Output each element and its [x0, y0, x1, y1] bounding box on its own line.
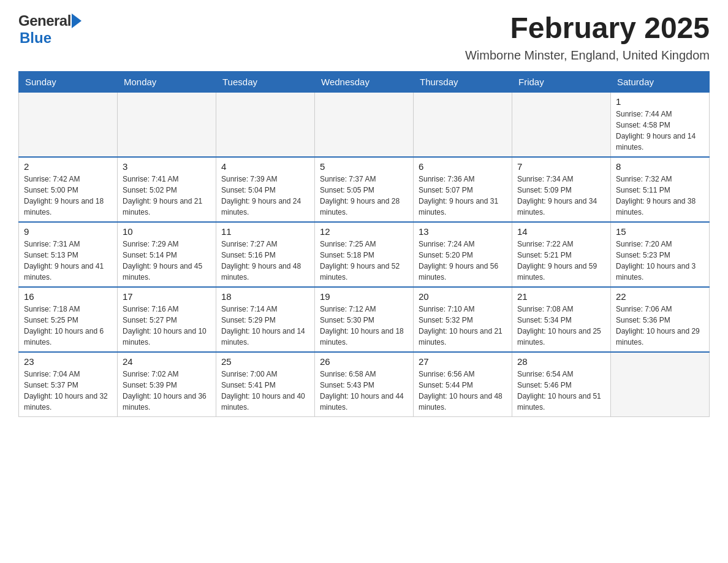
- calendar-cell: 2Sunrise: 7:42 AMSunset: 5:00 PMDaylight…: [19, 157, 118, 222]
- calendar-subtitle: Wimborne Minster, England, United Kingdo…: [465, 48, 710, 63]
- day-info: Sunrise: 7:08 AMSunset: 5:34 PMDaylight:…: [517, 304, 605, 348]
- day-number: 27: [419, 356, 507, 367]
- day-info: Sunrise: 6:56 AMSunset: 5:44 PMDaylight:…: [419, 369, 507, 413]
- day-header-monday: Monday: [118, 71, 216, 92]
- day-number: 19: [320, 291, 408, 302]
- day-header-row: SundayMondayTuesdayWednesdayThursdayFrid…: [19, 71, 710, 92]
- calendar-cell: 15Sunrise: 7:20 AMSunset: 5:23 PMDayligh…: [611, 222, 710, 287]
- day-info: Sunrise: 7:14 AMSunset: 5:29 PMDaylight:…: [221, 304, 309, 348]
- day-info: Sunrise: 6:54 AMSunset: 5:46 PMDaylight:…: [517, 369, 605, 413]
- calendar-cell: 18Sunrise: 7:14 AMSunset: 5:29 PMDayligh…: [216, 287, 315, 352]
- calendar-cell: 21Sunrise: 7:08 AMSunset: 5:34 PMDayligh…: [512, 287, 611, 352]
- day-number: 15: [616, 226, 704, 237]
- calendar-table: SundayMondayTuesdayWednesdayThursdayFrid…: [18, 71, 710, 417]
- calendar-cell: [611, 352, 710, 417]
- calendar-cell: [512, 92, 611, 157]
- calendar-cell: 6Sunrise: 7:36 AMSunset: 5:07 PMDaylight…: [414, 157, 512, 222]
- day-number: 23: [24, 356, 112, 367]
- day-info: Sunrise: 7:31 AMSunset: 5:13 PMDaylight:…: [24, 239, 112, 283]
- day-number: 13: [419, 226, 507, 237]
- day-info: Sunrise: 7:18 AMSunset: 5:25 PMDaylight:…: [24, 304, 112, 348]
- calendar-cell: 1Sunrise: 7:44 AMSunset: 4:58 PMDaylight…: [611, 92, 710, 157]
- day-number: 17: [123, 291, 211, 302]
- day-info: Sunrise: 7:42 AMSunset: 5:00 PMDaylight:…: [24, 174, 112, 218]
- day-info: Sunrise: 7:02 AMSunset: 5:39 PMDaylight:…: [123, 369, 211, 413]
- calendar-cell: [19, 92, 118, 157]
- day-header-saturday: Saturday: [611, 71, 710, 92]
- calendar-cell: 3Sunrise: 7:41 AMSunset: 5:02 PMDaylight…: [118, 157, 216, 222]
- calendar-cell: [216, 92, 315, 157]
- calendar-cell: [315, 92, 414, 157]
- calendar-cell: 25Sunrise: 7:00 AMSunset: 5:41 PMDayligh…: [216, 352, 315, 417]
- day-info: Sunrise: 7:12 AMSunset: 5:30 PMDaylight:…: [320, 304, 408, 348]
- calendar-cell: 28Sunrise: 6:54 AMSunset: 5:46 PMDayligh…: [512, 352, 611, 417]
- calendar-cell: 27Sunrise: 6:56 AMSunset: 5:44 PMDayligh…: [414, 352, 512, 417]
- calendar-cell: 5Sunrise: 7:37 AMSunset: 5:05 PMDaylight…: [315, 157, 414, 222]
- day-header-wednesday: Wednesday: [315, 71, 414, 92]
- week-row-1: 1Sunrise: 7:44 AMSunset: 4:58 PMDaylight…: [19, 92, 710, 157]
- logo-arrow-icon: [72, 13, 82, 28]
- calendar-cell: 20Sunrise: 7:10 AMSunset: 5:32 PMDayligh…: [414, 287, 512, 352]
- calendar-title: February 2025: [465, 12, 710, 45]
- week-row-4: 16Sunrise: 7:18 AMSunset: 5:25 PMDayligh…: [19, 287, 710, 352]
- day-number: 14: [517, 226, 605, 237]
- day-header-sunday: Sunday: [19, 71, 118, 92]
- logo: General Blue: [18, 12, 82, 47]
- day-number: 11: [221, 226, 309, 237]
- day-info: Sunrise: 7:34 AMSunset: 5:09 PMDaylight:…: [517, 174, 605, 218]
- calendar-cell: [118, 92, 216, 157]
- day-number: 16: [24, 291, 112, 302]
- calendar-cell: [414, 92, 512, 157]
- calendar-cell: 4Sunrise: 7:39 AMSunset: 5:04 PMDaylight…: [216, 157, 315, 222]
- day-number: 24: [123, 356, 211, 367]
- day-number: 12: [320, 226, 408, 237]
- day-number: 10: [123, 226, 211, 237]
- day-header-thursday: Thursday: [414, 71, 512, 92]
- day-number: 9: [24, 226, 112, 237]
- day-info: Sunrise: 7:39 AMSunset: 5:04 PMDaylight:…: [221, 174, 309, 218]
- day-info: Sunrise: 7:32 AMSunset: 5:11 PMDaylight:…: [616, 174, 704, 218]
- calendar-cell: 16Sunrise: 7:18 AMSunset: 5:25 PMDayligh…: [19, 287, 118, 352]
- day-info: Sunrise: 7:06 AMSunset: 5:36 PMDaylight:…: [616, 304, 704, 348]
- day-info: Sunrise: 7:24 AMSunset: 5:20 PMDaylight:…: [419, 239, 507, 283]
- day-number: 25: [221, 356, 309, 367]
- day-number: 2: [24, 161, 112, 172]
- day-info: Sunrise: 7:36 AMSunset: 5:07 PMDaylight:…: [419, 174, 507, 218]
- day-number: 22: [616, 291, 704, 302]
- calendar-cell: 7Sunrise: 7:34 AMSunset: 5:09 PMDaylight…: [512, 157, 611, 222]
- calendar-cell: 11Sunrise: 7:27 AMSunset: 5:16 PMDayligh…: [216, 222, 315, 287]
- day-header-tuesday: Tuesday: [216, 71, 315, 92]
- calendar-cell: 22Sunrise: 7:06 AMSunset: 5:36 PMDayligh…: [611, 287, 710, 352]
- day-number: 8: [616, 161, 704, 172]
- day-info: Sunrise: 7:22 AMSunset: 5:21 PMDaylight:…: [517, 239, 605, 283]
- calendar-cell: 17Sunrise: 7:16 AMSunset: 5:27 PMDayligh…: [118, 287, 216, 352]
- week-row-3: 9Sunrise: 7:31 AMSunset: 5:13 PMDaylight…: [19, 222, 710, 287]
- calendar-cell: 12Sunrise: 7:25 AMSunset: 5:18 PMDayligh…: [315, 222, 414, 287]
- calendar-cell: 26Sunrise: 6:58 AMSunset: 5:43 PMDayligh…: [315, 352, 414, 417]
- calendar-cell: 8Sunrise: 7:32 AMSunset: 5:11 PMDaylight…: [611, 157, 710, 222]
- day-number: 6: [419, 161, 507, 172]
- calendar-cell: 14Sunrise: 7:22 AMSunset: 5:21 PMDayligh…: [512, 222, 611, 287]
- day-number: 18: [221, 291, 309, 302]
- day-info: Sunrise: 7:20 AMSunset: 5:23 PMDaylight:…: [616, 239, 704, 283]
- day-number: 5: [320, 161, 408, 172]
- day-info: Sunrise: 7:10 AMSunset: 5:32 PMDaylight:…: [419, 304, 507, 348]
- day-info: Sunrise: 7:27 AMSunset: 5:16 PMDaylight:…: [221, 239, 309, 283]
- day-header-friday: Friday: [512, 71, 611, 92]
- calendar-cell: 10Sunrise: 7:29 AMSunset: 5:14 PMDayligh…: [118, 222, 216, 287]
- day-info: Sunrise: 7:00 AMSunset: 5:41 PMDaylight:…: [221, 369, 309, 413]
- week-row-5: 23Sunrise: 7:04 AMSunset: 5:37 PMDayligh…: [19, 352, 710, 417]
- calendar-cell: 9Sunrise: 7:31 AMSunset: 5:13 PMDaylight…: [19, 222, 118, 287]
- day-number: 21: [517, 291, 605, 302]
- week-row-2: 2Sunrise: 7:42 AMSunset: 5:00 PMDaylight…: [19, 157, 710, 222]
- logo-general-text: General: [18, 12, 71, 29]
- day-number: 20: [419, 291, 507, 302]
- day-info: Sunrise: 7:25 AMSunset: 5:18 PMDaylight:…: [320, 239, 408, 283]
- day-info: Sunrise: 7:41 AMSunset: 5:02 PMDaylight:…: [123, 174, 211, 218]
- calendar-cell: 23Sunrise: 7:04 AMSunset: 5:37 PMDayligh…: [19, 352, 118, 417]
- day-number: 3: [123, 161, 211, 172]
- day-number: 26: [320, 356, 408, 367]
- day-number: 4: [221, 161, 309, 172]
- day-info: Sunrise: 7:37 AMSunset: 5:05 PMDaylight:…: [320, 174, 408, 218]
- title-area: February 2025 Wimborne Minster, England,…: [465, 12, 710, 63]
